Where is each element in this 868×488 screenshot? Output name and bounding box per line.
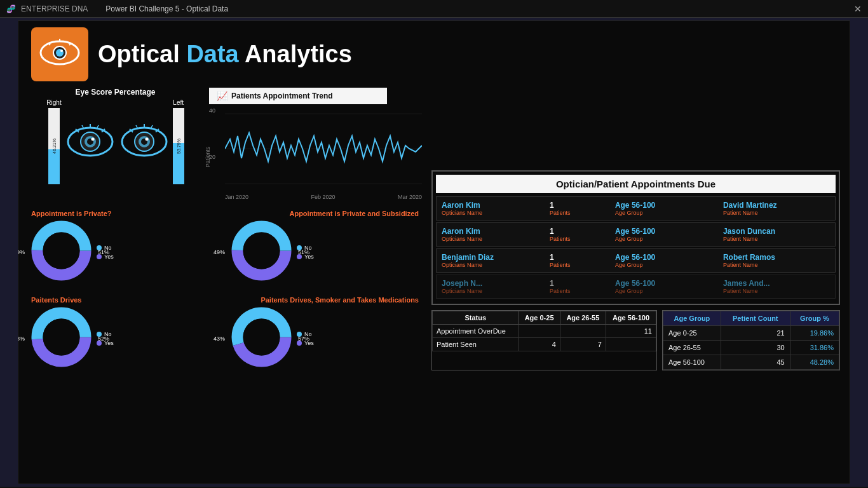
apt2-patients: 1 <box>550 227 614 236</box>
apt1-age-label: Age Group <box>615 210 722 216</box>
apt4-patients: 1 <box>550 279 614 288</box>
x-axis-labels: Jan 2020 Feb 2020 Mar 2020 <box>225 194 422 200</box>
apt1-patient-name: David Martinez <box>723 201 830 210</box>
apt2-age-group: Age 56-100 <box>615 227 722 236</box>
appointments-header: Optician/Patient Appointments Due <box>436 175 836 193</box>
age26-55-pct: 31.86% <box>790 341 839 355</box>
svg-point-41 <box>243 319 280 356</box>
apt1-patient-label: Patient Name <box>723 210 830 216</box>
donut1-left-pct: 49% <box>18 249 25 255</box>
apt3-patient-label: Patient Name <box>723 262 830 268</box>
apt4-patients-label: Patients <box>550 288 614 294</box>
logo-icon <box>37 34 82 75</box>
age56-100-label: Age 56-100 <box>663 355 721 370</box>
overdue-age26-55 <box>560 325 606 338</box>
donut4-title: Paitents Drives, Smoker and Takes Medica… <box>231 296 419 304</box>
top-bar: 🧬 ENTERPRISE DNA Power BI Challenge 5 - … <box>0 0 868 18</box>
apt3-age-group: Age 56-100 <box>615 253 722 262</box>
trend-title: Patients Appointment Trend <box>231 92 333 100</box>
apt3-patients: 1 <box>550 253 614 262</box>
close-icon[interactable]: ✕ <box>854 4 862 14</box>
brand-icon: 🧬 <box>6 4 16 13</box>
apt3-optician-label: Opticians Name <box>442 262 548 268</box>
age-group-header: Age Group <box>663 311 721 326</box>
dashboard: Optical Data Analytics Eye Score Percent… <box>18 20 850 484</box>
svg-point-21 <box>145 138 148 141</box>
apt2-patient-name: Jason Duncan <box>723 227 830 236</box>
overdue-age0-25 <box>519 325 560 338</box>
donut-patients-drives-smoker: Paitents Drives, Smoker and Takes Medica… <box>228 293 422 373</box>
donut2-title: Appointment is Private and Subsidized <box>231 210 419 217</box>
eye-score-title: Eye Score Percentage <box>28 88 203 97</box>
eyes-display <box>65 116 170 167</box>
appointment-row-1: Aaron Kim Opticians Name 1 Patients Age … <box>436 196 836 220</box>
seen-age26-55: 7 <box>560 338 606 351</box>
y-axis-label: Patients <box>205 147 211 168</box>
age56-100-pct: 48.28% <box>790 355 839 370</box>
top-bar-left: 🧬 ENTERPRISE DNA Power BI Challenge 5 - … <box>6 4 228 13</box>
apt4-optician-name: Joseph N... <box>442 279 548 288</box>
trend-chart-area: 40 20 Patients Jan 2020 <box>209 107 422 200</box>
svg-point-11 <box>91 138 94 141</box>
header: Optical Data Analytics <box>18 21 850 88</box>
trend-chart-svg <box>225 107 422 190</box>
apt1-age-group: Age 56-100 <box>615 201 722 210</box>
seen-age0-25: 4 <box>519 338 560 351</box>
overdue-age56-100: 11 <box>606 325 656 338</box>
apt1-patients: 1 <box>550 201 614 210</box>
right-label: Right <box>46 99 61 106</box>
age-row-26-55: Age 26-55 30 31.86% <box>663 341 839 355</box>
apt4-patient-name: James And... <box>723 279 830 288</box>
age0-25-label: Age 0-25 <box>663 326 721 341</box>
status-row-overdue: Appointment OverDue 11 <box>433 325 656 338</box>
donut3-title: Paitents Drives <box>31 296 219 304</box>
apt3-optician-name: Benjamin Diaz <box>442 253 548 262</box>
donut-private-subsidized: Appointment is Private and Subsidized 49… <box>228 207 422 287</box>
seen-age56-100 <box>606 338 656 351</box>
svg-point-35 <box>243 233 280 269</box>
x-label-mar: Mar 2020 <box>398 194 422 200</box>
left-label: Left <box>173 99 184 106</box>
donuts-section: Appointment is Private? 49% 51% <box>28 207 422 373</box>
svg-point-38 <box>43 319 80 356</box>
bottom-tables: Status Age 0-25 Age 26-55 Age 56-100 App… <box>431 310 840 370</box>
apt3-age-label: Age Group <box>615 262 722 268</box>
age26-55-label: Age 26-55 <box>663 341 721 355</box>
donut1-chart <box>31 220 92 281</box>
eye-score-section: Eye Score Percentage Right 46.21% <box>28 88 203 200</box>
petient-count-header: Petient Count <box>721 311 790 326</box>
donut2-left-pct: 49% <box>214 249 225 255</box>
apt1-optician-label: Opticians Name <box>442 210 548 216</box>
age56-100-col-header: Age 56-100 <box>606 311 656 325</box>
apt4-age-label: Age Group <box>615 288 722 294</box>
appointment-row-3: Benjamin Diaz Opticians Name 1 Patients … <box>436 248 836 273</box>
right-pct: 46.21% <box>51 139 56 154</box>
appointment-row-2: Aaron Kim Opticians Name 1 Patients Age … <box>436 222 836 247</box>
apt3-patients-label: Patients <box>550 262 614 268</box>
group-pct-header: Group % <box>790 311 839 326</box>
left-pct: 53.79% <box>176 139 180 154</box>
content-area: Eye Score Percentage Right 46.21% <box>18 88 850 477</box>
page-title: Optical Data Analytics <box>98 41 352 68</box>
age-row-0-25: Age 0-25 21 19.86% <box>663 326 839 341</box>
age56-100-count: 45 <box>721 355 790 370</box>
appointment-row-4: Joseph N... Opticians Name 1 Patients Ag… <box>436 274 836 299</box>
apt2-patient-label: Patient Name <box>723 236 830 242</box>
left-panel: Eye Score Percentage Right 46.21% <box>28 88 422 477</box>
donut-patients-drives: Paitents Drives 48% 52% No <box>28 293 222 373</box>
donut4-left-pct: 43% <box>214 336 225 342</box>
brand-name: ENTERPRISE DNA <box>21 4 88 13</box>
donut3-right-pct: 52% <box>98 336 109 342</box>
age-table: Age Group Petient Count Group % Age 0-25… <box>662 310 840 370</box>
x-label-jan: Jan 2020 <box>225 194 248 200</box>
apt2-age-label: Age Group <box>615 236 722 242</box>
age0-25-count: 21 <box>721 326 790 341</box>
age0-25-pct: 19.86% <box>790 326 839 341</box>
apt3-patient-name: Robert Ramos <box>723 253 830 262</box>
status-col-header: Status <box>433 311 519 325</box>
donut-appointment-private: Appointment is Private? 49% 51% <box>28 207 222 287</box>
y-max: 40 <box>209 107 215 114</box>
right-panel: Optician/Patient Appointments Due Aaron … <box>422 88 840 477</box>
apt2-optician-label: Opticians Name <box>442 236 548 242</box>
age26-55-col-header: Age 26-55 <box>560 311 606 325</box>
